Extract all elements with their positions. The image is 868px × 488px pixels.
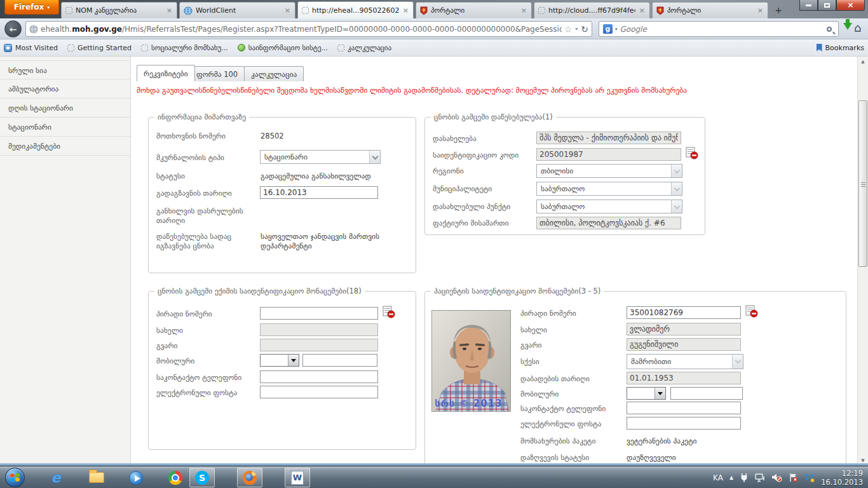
- close-button[interactable]: ×: [836, 0, 865, 11]
- scroll-up-button[interactable]: ▲: [858, 57, 868, 67]
- combo-field[interactable]: [261, 355, 288, 366]
- doctor-mobile-input[interactable]: [302, 354, 377, 367]
- sidebar-item-day-stationary[interactable]: დღის სტაციონარი: [0, 98, 130, 118]
- dropdown-arrow-icon[interactable]: [288, 355, 299, 366]
- patient-personal-id-label: პირადი ნომერი: [520, 309, 576, 318]
- bookmark-item-info-system[interactable]: საინფორმაციო სისტე...: [238, 44, 328, 52]
- system-tray: KA ▲ 12:19 16.10.2013: [713, 466, 868, 488]
- url-bar-icons: ☆ ▾ ↻: [564, 24, 588, 34]
- patient-sex-value: მამრობითი: [631, 355, 730, 369]
- tray-dropbox-icon[interactable]: [804, 473, 815, 482]
- firefox-menu-button[interactable]: Firefox ▾: [4, 0, 59, 15]
- tab-portal-1[interactable]: პორტალი ×: [416, 2, 532, 18]
- tray-hidden-icons-button[interactable]: ▲: [729, 475, 733, 480]
- scroll-thumb[interactable]: [858, 100, 867, 267]
- taskbar-chrome-button[interactable]: [163, 468, 188, 487]
- municipality-value: საბურთალო: [541, 182, 669, 195]
- tray-volume-muted-icon[interactable]: [771, 473, 782, 482]
- doctor-email-input[interactable]: [260, 386, 378, 398]
- tab-form-100[interactable]: ფორმა 100: [189, 66, 245, 81]
- search-icon[interactable]: [827, 27, 832, 32]
- taskbar-explorer-button[interactable]: [84, 468, 109, 487]
- search-engine-dropdown-icon[interactable]: ▾: [615, 27, 618, 32]
- url-bar[interactable]: ehealth.moh.gov.ge/Hmis/ReferralsTest/Pa…: [25, 21, 592, 37]
- tab-close-icon[interactable]: ×: [757, 6, 764, 15]
- tab-close-icon[interactable]: ×: [402, 6, 409, 15]
- tab-calculation[interactable]: კალკულაცია: [244, 66, 304, 81]
- taskbar: e S W KA ▲ 12:19: [0, 466, 868, 488]
- doctor-id-stop-button[interactable]: [383, 306, 395, 318]
- patient-first-name-input: [627, 323, 741, 336]
- start-button[interactable]: [5, 468, 25, 487]
- tab-close-icon[interactable]: ×: [166, 6, 173, 15]
- sidebar-item-ambulatory[interactable]: ამბულატორია: [0, 79, 130, 98]
- tab-close-icon[interactable]: ×: [284, 6, 291, 15]
- doctor-first-name-input: [260, 323, 378, 336]
- home-button[interactable]: ⌂: [854, 21, 861, 34]
- reload-icon[interactable]: ↻: [581, 24, 588, 34]
- tray-action-center-icon[interactable]: [789, 473, 798, 482]
- url-dropdown-icon[interactable]: ▾: [575, 26, 578, 32]
- back-button[interactable]: ←: [4, 20, 22, 37]
- taskbar-word-button[interactable]: W: [285, 468, 310, 487]
- url-text[interactable]: ehealth.moh.gov.ge/Hmis/ReferralsTest/Pa…: [41, 25, 562, 34]
- combo-field[interactable]: [627, 388, 654, 399]
- bookmark-item-most-visited[interactable]: Most Visited: [4, 44, 58, 52]
- windows-flag-icon: [10, 473, 20, 482]
- tab-nom[interactable]: NOM კანცელარია ×: [61, 2, 177, 18]
- patient-mobile-prefix-combo[interactable]: [627, 387, 666, 400]
- bookmark-item-calculation[interactable]: კალკულაცია: [337, 44, 391, 52]
- search-input[interactable]: Google: [620, 25, 824, 34]
- tab-title: http://eheal...90502260216: [312, 6, 399, 15]
- patient-personal-id-input[interactable]: [627, 306, 741, 319]
- emblem-favicon-icon: [420, 6, 428, 15]
- emblem-favicon-icon: [656, 6, 664, 15]
- search-engine-icon[interactable]: g: [603, 24, 613, 34]
- tray-language-indicator[interactable]: KA: [713, 473, 723, 482]
- bookmark-item-social-service[interactable]: სოციალური მომსახუ...: [141, 44, 228, 52]
- dropdown-arrow-icon[interactable]: [654, 388, 665, 399]
- patient-email-input[interactable]: [627, 417, 741, 430]
- folder-icon: [89, 472, 104, 483]
- tab-requisites[interactable]: რეკვიზიტები: [137, 65, 195, 81]
- patient-mobile-input[interactable]: [670, 387, 743, 400]
- taskbar-firefox-button[interactable]: [237, 468, 262, 487]
- tab-ehealth-active[interactable]: http://eheal...90502260216 ×: [297, 1, 414, 18]
- bookmark-item-getting-started[interactable]: Getting Started: [67, 44, 132, 52]
- doctor-mobile-prefix-combo[interactable]: [260, 354, 299, 367]
- scrollbar[interactable]: ▲ ▼: [857, 57, 868, 466]
- tab-close-icon[interactable]: ×: [520, 6, 527, 15]
- bookmarks-menu-button[interactable]: Bookmarks: [817, 44, 864, 52]
- taskbar-media-player-button[interactable]: [123, 468, 149, 487]
- tray-clock[interactable]: 12:19 16.10.2013: [821, 469, 863, 487]
- placeholder-favicon-icon: [141, 44, 148, 51]
- tab-worldclient[interactable]: WorldClient ×: [179, 2, 295, 18]
- treatment-type-select[interactable]: სტაციონარი: [260, 150, 381, 164]
- new-tab-button[interactable]: +: [771, 4, 785, 16]
- org-code-stop-button[interactable]: [686, 147, 698, 159]
- tray-network-icon[interactable]: [755, 473, 765, 482]
- download-indicator-icon[interactable]: [843, 23, 852, 30]
- close-icon: ×: [847, 1, 853, 10]
- bookmark-star-icon[interactable]: ☆: [564, 24, 573, 34]
- sidebar-item-full-list[interactable]: სრული სია: [0, 60, 130, 79]
- doctor-personal-id-input[interactable]: [260, 307, 378, 320]
- minimize-icon: [806, 4, 811, 6]
- minimize-button[interactable]: [799, 0, 818, 11]
- taskbar-skype-button[interactable]: S: [189, 468, 215, 487]
- patient-email-label: ელექტრონული ფოსტა: [520, 419, 601, 429]
- maximize-button[interactable]: [818, 0, 836, 11]
- patient-id-stop-button[interactable]: [745, 305, 758, 318]
- patient-phone-input[interactable]: [627, 402, 741, 414]
- search-box[interactable]: g ▾ Google: [599, 21, 839, 37]
- taskbar-ie-button[interactable]: e: [43, 468, 69, 487]
- tray-power-icon[interactable]: [740, 473, 749, 482]
- sidebar-item-stationary[interactable]: სტაციონარი: [0, 118, 130, 137]
- sent-date-input[interactable]: [260, 186, 378, 199]
- doctor-phone-input[interactable]: [260, 370, 378, 383]
- tab-portal-2[interactable]: პორტალი ×: [652, 2, 768, 18]
- tab-close-icon[interactable]: ×: [639, 6, 646, 15]
- tab-cloud[interactable]: http://cloud....ff67d9f4fe4c ×: [534, 2, 650, 18]
- sidebar-item-medications[interactable]: მედიკამენტები: [0, 137, 130, 156]
- org-code-label: საიდენტიფიკაციო კოდი: [433, 151, 519, 160]
